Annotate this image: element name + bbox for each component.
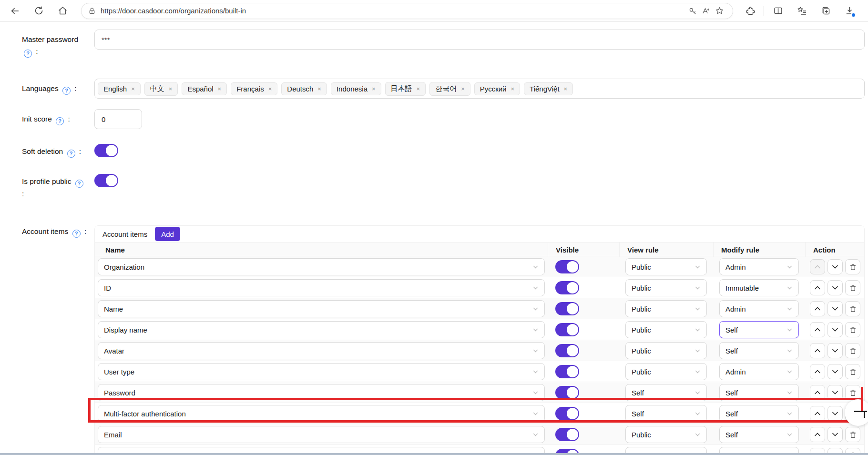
tag-close-icon[interactable]: × <box>317 86 321 92</box>
move-up-button[interactable] <box>810 406 825 421</box>
item-name-select[interactable]: Email <box>98 426 545 443</box>
modify-rule-select[interactable]: Immutable <box>719 279 799 296</box>
address-bar[interactable]: https://door.casdoor.com/organizations/b… <box>81 3 733 19</box>
move-up-button[interactable] <box>810 259 825 274</box>
modify-rule-select[interactable]: Self <box>719 321 799 338</box>
password-key-button[interactable] <box>686 4 699 18</box>
modify-rule-select[interactable]: Self <box>719 426 799 443</box>
tag-close-icon[interactable]: × <box>131 86 135 92</box>
visible-toggle[interactable] <box>555 386 579 399</box>
view-rule-select[interactable]: Self <box>625 384 707 401</box>
delete-button[interactable] <box>845 364 860 379</box>
view-rule-select[interactable]: Public <box>625 279 707 296</box>
item-name-select[interactable]: Avatar <box>98 342 545 359</box>
split-screen-button[interactable] <box>769 2 786 20</box>
item-name-select[interactable]: Display name <box>98 321 545 338</box>
delete-button[interactable] <box>845 427 860 442</box>
item-name-select[interactable]: Password <box>98 384 545 401</box>
modify-rule-select[interactable]: Admin <box>719 363 799 380</box>
item-name-select[interactable]: Name <box>98 300 545 317</box>
help-icon[interactable]: ? <box>24 50 32 58</box>
visible-toggle[interactable] <box>555 323 579 336</box>
table-row: Password Self Self <box>95 382 864 403</box>
tag-close-icon[interactable]: × <box>169 86 173 92</box>
visible-toggle[interactable] <box>555 365 579 378</box>
move-down-button[interactable] <box>827 280 843 295</box>
delete-button[interactable] <box>845 343 860 358</box>
item-name-select[interactable]: Multi-factor authentication <box>98 405 545 422</box>
collections-button[interactable] <box>817 2 834 20</box>
move-down-button[interactable] <box>827 343 843 358</box>
chevron-up-icon <box>814 347 821 354</box>
visible-toggle[interactable] <box>555 428 579 441</box>
modify-rule-select[interactable]: Self <box>719 405 799 422</box>
delete-button[interactable] <box>845 385 860 400</box>
item-name-select[interactable]: User type <box>98 363 545 380</box>
move-up-button[interactable] <box>810 385 825 400</box>
delete-button[interactable] <box>845 322 860 337</box>
favorite-button[interactable] <box>713 4 726 18</box>
move-down-button[interactable] <box>827 322 843 337</box>
visible-toggle[interactable] <box>555 260 579 273</box>
visible-toggle[interactable] <box>555 281 579 294</box>
modify-rule-select[interactable]: Self <box>719 384 799 401</box>
view-rule-select[interactable]: Public <box>625 321 707 338</box>
move-down-button[interactable] <box>827 406 843 421</box>
modify-rule-select[interactable]: Admin <box>719 300 799 317</box>
help-icon[interactable]: ? <box>56 117 64 125</box>
move-up-button[interactable] <box>810 280 825 295</box>
move-down-button[interactable] <box>827 259 843 274</box>
item-name-select[interactable]: ID <box>98 279 545 296</box>
move-up-button[interactable] <box>810 364 825 379</box>
home-button[interactable] <box>54 2 71 20</box>
view-rule-select[interactable]: Public <box>625 426 707 443</box>
language-tag: Español× <box>182 82 227 95</box>
view-rule-select[interactable]: Public <box>625 363 707 380</box>
move-down-button[interactable] <box>827 385 843 400</box>
tag-close-icon[interactable]: × <box>417 86 420 92</box>
item-name-select[interactable]: Organization <box>98 258 545 275</box>
help-icon[interactable]: ? <box>62 87 71 95</box>
move-up-button[interactable] <box>810 343 825 358</box>
master-password-input[interactable] <box>94 30 865 50</box>
help-icon[interactable]: ? <box>67 150 75 158</box>
tag-close-icon[interactable]: × <box>461 86 465 92</box>
refresh-button[interactable] <box>30 2 47 20</box>
downloads-button[interactable] <box>841 2 858 20</box>
is-profile-public-toggle[interactable] <box>94 174 118 187</box>
move-down-button[interactable] <box>827 427 843 442</box>
move-up-button[interactable] <box>810 322 825 337</box>
visible-toggle[interactable] <box>555 407 579 420</box>
move-up-button[interactable] <box>810 301 825 316</box>
help-icon[interactable]: ? <box>75 180 83 188</box>
view-rule-select[interactable]: Public <box>625 342 707 359</box>
init-score-input[interactable] <box>94 109 142 129</box>
visible-toggle[interactable] <box>555 302 579 315</box>
visible-toggle[interactable] <box>555 344 579 357</box>
tag-close-icon[interactable]: × <box>564 86 568 92</box>
favorites-button[interactable] <box>793 2 810 20</box>
extensions-button[interactable] <box>741 2 758 20</box>
languages-box[interactable]: English× 中文× Español× Français× Deutsch×… <box>94 79 865 99</box>
move-up-button[interactable] <box>810 427 825 442</box>
soft-deletion-toggle[interactable] <box>94 144 118 157</box>
tag-close-icon[interactable]: × <box>218 86 222 92</box>
view-rule-select[interactable]: Self <box>625 405 707 422</box>
view-rule-select[interactable]: Public <box>625 258 707 275</box>
delete-button[interactable] <box>845 280 860 295</box>
url-text[interactable]: https://door.casdoor.com/organizations/b… <box>101 7 686 15</box>
back-button[interactable] <box>6 2 23 20</box>
tag-close-icon[interactable]: × <box>511 86 514 92</box>
delete-button[interactable] <box>845 301 860 316</box>
help-icon[interactable]: ? <box>72 230 81 238</box>
add-button[interactable]: Add <box>155 227 180 241</box>
tag-close-icon[interactable]: × <box>268 86 272 92</box>
modify-rule-select[interactable]: Self <box>719 342 799 359</box>
read-aloud-button[interactable] <box>699 4 713 18</box>
view-rule-select[interactable]: Public <box>625 300 707 317</box>
tag-close-icon[interactable]: × <box>372 86 376 92</box>
modify-rule-select[interactable]: Admin <box>719 258 799 275</box>
delete-button[interactable] <box>845 259 860 274</box>
move-down-button[interactable] <box>827 301 843 316</box>
move-down-button[interactable] <box>827 364 843 379</box>
